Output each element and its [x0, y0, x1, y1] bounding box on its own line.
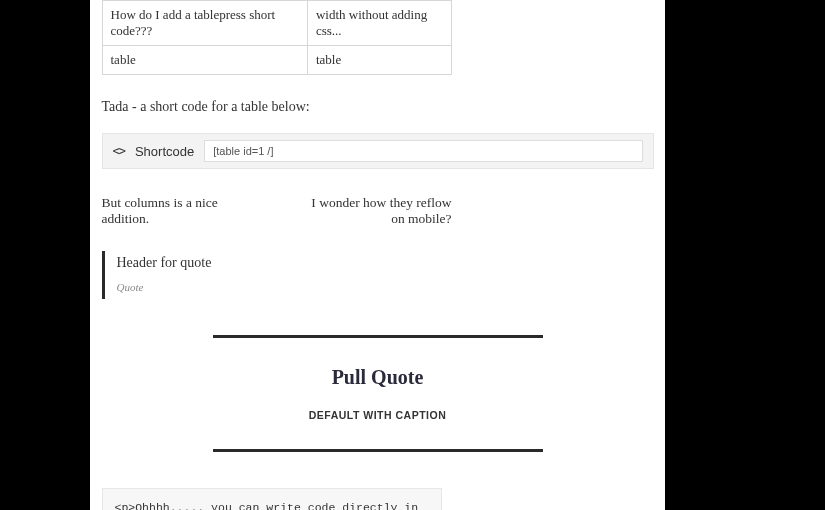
table-cell: table: [307, 46, 451, 75]
column-left: But columns is a nice addition.: [102, 195, 257, 227]
blockquote: Header for quote Quote: [102, 251, 654, 299]
table-cell: How do I add a tablepress short code???: [102, 1, 307, 46]
shortcode-label: Shortcode: [135, 144, 194, 159]
example-table: How do I add a tablepress short code??? …: [102, 0, 452, 75]
pullquote-caption: DEFAULT WITH CAPTION: [213, 409, 543, 421]
column-right: I wonder how they reflow on mobile?: [297, 195, 452, 227]
code-icon: <>: [113, 144, 125, 158]
shortcode-block: <> Shortcode: [102, 133, 654, 169]
table-cell: width without adding css...: [307, 1, 451, 46]
table-row: How do I add a tablepress short code??? …: [102, 1, 451, 46]
content-area: How do I add a tablepress short code??? …: [102, 0, 654, 510]
pullquote: Pull Quote DEFAULT WITH CAPTION: [213, 335, 543, 452]
table-cell: table: [102, 46, 307, 75]
tada-paragraph: Tada - a short code for a table below:: [102, 99, 654, 115]
shortcode-input[interactable]: [204, 140, 642, 162]
pullquote-title: Pull Quote: [213, 366, 543, 389]
quote-caption: Quote: [117, 281, 144, 293]
page-container: How do I add a tablepress short code??? …: [90, 0, 665, 510]
table-row: table table: [102, 46, 451, 75]
html-code-block: <p>Ohhhh..... you can write code directl…: [102, 488, 442, 510]
quote-header: Header for quote: [117, 255, 654, 271]
columns-row: But columns is a nice addition. I wonder…: [102, 195, 452, 227]
